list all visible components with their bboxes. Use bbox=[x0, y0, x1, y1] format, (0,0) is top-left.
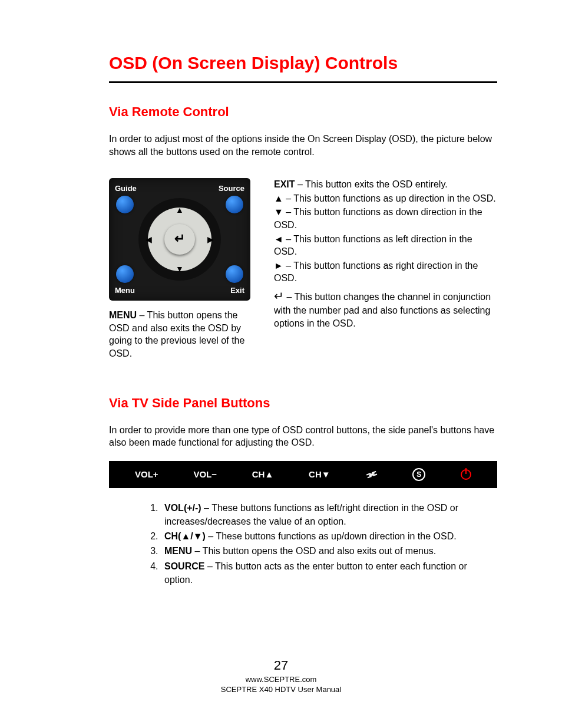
right-symbol: ► bbox=[274, 261, 283, 271]
right-desc: – This button functions as right directi… bbox=[274, 261, 478, 284]
down-symbol: ▼ bbox=[274, 207, 283, 217]
list-item: CH(▲/▼) – These buttons functions as up/… bbox=[161, 529, 497, 543]
button-descriptions: EXIT – This button exits the OSD entirel… bbox=[274, 178, 497, 360]
section-panel-intro: In order to provide more than one type o… bbox=[109, 424, 497, 449]
chdown-label: CH▼ bbox=[309, 469, 330, 479]
footer-url: www.SCEPTRE.com bbox=[0, 675, 562, 685]
left-arrow-icon: ◀ bbox=[146, 235, 152, 244]
enter-icon: ↵ bbox=[174, 231, 185, 246]
exit-button-icon bbox=[226, 265, 243, 283]
left-symbol: ◄ bbox=[274, 234, 283, 244]
section-remote-heading: Via Remote Control bbox=[109, 104, 497, 120]
remote-label-menu: Menu bbox=[115, 286, 135, 295]
volup-label: VOL+ bbox=[135, 469, 158, 479]
voldown-label: VOL− bbox=[193, 469, 217, 479]
list-item: MENU – This button opens the OSD and als… bbox=[161, 544, 497, 558]
up-desc: – This button functions as up direction … bbox=[283, 193, 496, 203]
section-remote-intro: In order to adjust most of the options i… bbox=[109, 133, 497, 158]
def-desc: – These buttons functions as left/right … bbox=[164, 503, 458, 526]
up-symbol: ▲ bbox=[274, 193, 283, 203]
remote-label-exit: Exit bbox=[230, 286, 244, 295]
right-arrow-icon: ▶ bbox=[207, 235, 214, 244]
section-panel-heading: Via TV Side Panel Buttons bbox=[109, 396, 497, 411]
guide-button-icon bbox=[116, 196, 134, 213]
remote-image: Guide Source Menu Exit ▲ ▼ ◀ ▶ ↵ bbox=[109, 178, 250, 301]
menu-label: MENU bbox=[109, 310, 137, 320]
source-icon: S bbox=[412, 468, 425, 481]
up-arrow-icon: ▲ bbox=[176, 205, 184, 215]
page-number: 27 bbox=[0, 657, 562, 674]
title-rule bbox=[109, 81, 497, 83]
menu-icon: ⫘ bbox=[363, 466, 379, 483]
footer-manual: SCEPTRE X40 HDTV User Manual bbox=[0, 685, 562, 695]
list-item: VOL(+/-) – These buttons functions as le… bbox=[161, 501, 497, 528]
page-title: OSD (On Screen Display) Controls bbox=[109, 53, 497, 73]
def-desc: – This button acts as the enter button t… bbox=[164, 561, 467, 585]
down-arrow-icon: ▼ bbox=[176, 264, 184, 274]
list-item: SOURCE – This button acts as the enter b… bbox=[161, 559, 497, 587]
menu-button-icon bbox=[116, 265, 134, 283]
page-footer: 27 www.SCEPTRE.com SCEPTRE X40 HDTV User… bbox=[0, 657, 562, 695]
power-icon bbox=[461, 469, 471, 480]
enter-symbol: ↵ bbox=[274, 289, 284, 302]
def-label: MENU bbox=[164, 546, 192, 556]
dpad-ring-icon: ▲ ▼ ◀ ▶ ↵ bbox=[138, 198, 221, 281]
menu-description: MENU – This button opens the OSD and als… bbox=[109, 309, 250, 360]
exit-desc: – This button exits the OSD entirely. bbox=[295, 179, 448, 189]
remote-label-source: Source bbox=[219, 184, 244, 193]
down-desc: – This button functions as down directio… bbox=[274, 207, 482, 230]
def-desc: – This button opens the OSD and also exi… bbox=[192, 546, 436, 556]
exit-label: EXIT bbox=[274, 179, 295, 189]
def-label: SOURCE bbox=[164, 561, 204, 571]
panel-definitions: VOL(+/-) – These buttons functions as le… bbox=[109, 501, 497, 587]
remote-label-guide: Guide bbox=[115, 184, 137, 193]
def-desc: – These buttons functions as up/down dir… bbox=[206, 531, 457, 541]
def-label: CH(▲/▼) bbox=[164, 531, 206, 541]
def-label: VOL(+/-) bbox=[164, 503, 201, 513]
source-button-icon bbox=[226, 196, 243, 213]
chup-label: CH▲ bbox=[252, 469, 274, 479]
enter-desc: – This button changes the channel in con… bbox=[274, 292, 491, 328]
side-panel-strip: VOL+ VOL− CH▲ CH▼ ⫘ S bbox=[109, 461, 497, 488]
left-desc: – This button functions as left directio… bbox=[274, 234, 472, 257]
